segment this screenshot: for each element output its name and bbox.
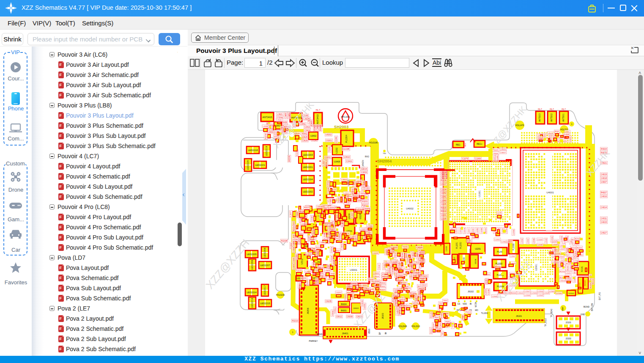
svg-text:C2110: C2110 [559,256,564,258]
svg-text:C273: C273 [558,262,560,267]
svg-text:TP_SDA0: TP_SDA0 [551,308,553,317]
svg-text:C3005: C3005 [374,272,379,274]
svg-text:C2034: C2034 [555,252,561,254]
svg-text:META: META [475,302,477,308]
svg-text:C1077: C1077 [468,228,470,233]
svg-text:C3162: C3162 [329,198,332,204]
svg-text:VDD: VDD [463,303,467,305]
svg-text:T631: T631 [439,302,444,304]
svg-text:J2102: J2102 [565,337,571,340]
svg-text:C3271: C3271 [355,235,357,240]
svg-text:L3112: L3112 [344,192,349,194]
svg-text:L516: L516 [565,133,569,135]
svg-text:F689: F689 [441,313,443,318]
svg-text:R6121: R6121 [430,312,432,317]
svg-text:LED2220: LED2220 [247,160,249,170]
svg-text:ANT3403: ANT3403 [316,114,319,124]
svg-text:C4016: C4016 [601,195,607,198]
svg-text:PL2002: PL2002 [496,263,503,265]
svg-text:C3321: C3321 [366,232,372,234]
svg-text:C2021: C2021 [566,272,571,274]
svg-text:C5018: C5018 [383,264,385,269]
svg-text:R3139: R3139 [330,228,336,230]
svg-text:C2215: C2215 [445,246,447,251]
svg-text:C2249: C2249 [488,289,490,294]
svg-text:C3684: C3684 [341,244,343,249]
svg-text:C1105: C1105 [441,218,447,220]
svg-text:F646: F646 [445,321,450,323]
svg-text:T6428: T6428 [395,300,397,305]
svg-text:C4018: C4018 [601,177,607,179]
svg-text:C6458: C6458 [399,309,401,315]
svg-text:C3374: C3374 [360,192,365,195]
svg-text:C6006: C6006 [361,300,363,305]
svg-text:C6044: C6044 [421,284,427,286]
svg-text:C3430: C3430 [317,125,319,131]
svg-text:R6414: R6414 [382,275,388,278]
svg-text:T6432: T6432 [420,278,425,280]
svg-text:L3208: L3208 [356,200,362,202]
svg-text:F6166: F6166 [433,323,435,329]
svg-text:17: 17 [542,309,544,311]
svg-text:LED2219: LED2219 [265,146,268,156]
svg-text:C258: C258 [567,278,571,280]
svg-text:R6567: R6567 [394,252,396,257]
svg-text:R6530: R6530 [419,287,425,289]
svg-text:R6583: R6583 [400,305,406,307]
svg-text:REC-: REC- [456,143,461,146]
svg-text:R3177: R3177 [304,206,310,209]
svg-text:C2102: C2102 [538,294,543,296]
svg-text:R2109: R2109 [589,283,592,288]
svg-text:R3003: R3003 [380,289,386,291]
svg-text:U1001: U1001 [478,190,481,197]
svg-text:R2120: R2120 [584,280,586,286]
svg-text:R2102: R2102 [560,270,565,272]
svg-text:C3410: C3410 [317,206,322,208]
svg-text:C2023: C2023 [560,236,562,242]
svg-text:C3148: C3148 [294,132,300,135]
svg-text:T643: T643 [462,315,464,320]
svg-text:T6050: T6050 [395,289,397,294]
svg-text:T610: T610 [434,316,439,319]
svg-text:L3141: L3141 [277,119,282,121]
svg-text:C6012: C6012 [336,316,342,318]
svg-text:C1061: C1061 [441,196,447,198]
svg-text:C275: C275 [574,260,578,262]
svg-text:T6004: T6004 [493,152,499,154]
svg-text:B6013: B6013 [400,299,405,301]
svg-text:R3195: R3195 [338,197,340,202]
svg-text:C1085: C1085 [496,155,499,161]
svg-text:VBUS: VBUS [368,329,370,334]
svg-text:PL2252: PL2252 [460,242,462,249]
svg-text:C2039: C2039 [537,244,543,246]
svg-text:R6056: R6056 [397,279,403,281]
svg-text:C1034: C1034 [441,189,447,191]
svg-text:C3666: C3666 [306,253,312,255]
svg-text:R561: R561 [555,130,559,132]
svg-text:C3345: C3345 [328,231,330,236]
svg-text:D2101: D2101 [569,292,574,294]
svg-text:R2204: R2204 [288,156,290,162]
svg-text:C3220: C3220 [301,223,306,225]
svg-text:T60: T60 [383,152,386,154]
svg-text:SH2004: SH2004 [377,159,392,163]
svg-text:R6428: R6428 [401,282,406,284]
svg-text:LED2204: LED2204 [303,178,313,181]
svg-text:R2104: R2104 [566,262,572,264]
svg-text:ANT5003: ANT5003 [539,113,541,122]
svg-text:HOL2649: HOL2649 [398,325,407,327]
svg-text:SH2003: SH2003 [334,124,348,129]
svg-text:L3255: L3255 [320,242,325,244]
svg-text:R3002: R3002 [380,285,386,287]
svg-text:T6005: T6005 [493,149,499,151]
svg-text:C1060: C1060 [441,200,447,202]
svg-text:C3624: C3624 [332,260,334,265]
svg-text:LED2208: LED2208 [263,248,266,258]
svg-text:R2116: R2116 [577,247,582,249]
svg-text:U4001: U4001 [546,191,554,194]
svg-text:R3414: R3414 [293,226,295,231]
svg-text:C3112: C3112 [560,280,565,282]
svg-text:C3612: C3612 [365,187,370,189]
svg-text:R562: R562 [538,137,543,139]
svg-text:C6438: C6438 [392,261,397,263]
